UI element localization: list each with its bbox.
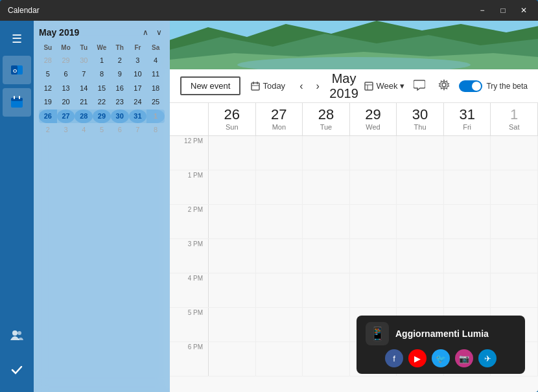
mini-cal-date[interactable]: 13 bbox=[57, 82, 75, 95]
cal-cell[interactable] bbox=[209, 273, 256, 307]
cal-cell[interactable] bbox=[491, 170, 538, 204]
mini-cal-date[interactable]: 18 bbox=[146, 82, 165, 95]
sidebar-item-outlook[interactable]: O bbox=[3, 56, 31, 84]
cal-cell[interactable] bbox=[444, 273, 491, 307]
cal-day-27-mon[interactable]: 27 Mon bbox=[256, 103, 303, 135]
cal-cell[interactable] bbox=[350, 273, 397, 307]
mini-cal-date[interactable]: 31 bbox=[129, 110, 147, 123]
cal-cell[interactable] bbox=[209, 239, 256, 273]
cal-cell[interactable] bbox=[209, 136, 256, 170]
nav-next-button[interactable]: › bbox=[312, 78, 323, 95]
calendar-grid-body[interactable]: 12 PM 1 PM bbox=[170, 136, 538, 392]
cal-cell[interactable] bbox=[209, 342, 256, 376]
mini-cal-date[interactable]: 21 bbox=[75, 95, 93, 109]
mini-cal-date[interactable]: 7 bbox=[75, 67, 93, 81]
mini-cal-date[interactable]: 2 bbox=[111, 54, 129, 67]
mini-cal-date[interactable]: 16 bbox=[111, 82, 129, 95]
cal-day-1-sat[interactable]: 1 Sat bbox=[491, 103, 538, 135]
view-selector-button[interactable]: Week ▾ bbox=[364, 81, 404, 91]
mini-cal-date[interactable]: 1 bbox=[93, 54, 111, 67]
mini-nav-prev[interactable]: ∧ bbox=[140, 27, 151, 38]
cal-cell[interactable] bbox=[350, 205, 397, 238]
cal-cell[interactable] bbox=[256, 342, 303, 376]
today-button[interactable]: Today bbox=[246, 78, 290, 93]
cal-cell[interactable] bbox=[491, 136, 538, 170]
close-button[interactable]: ✕ bbox=[515, 4, 533, 17]
cal-cell[interactable] bbox=[303, 308, 350, 341]
mini-cal-date[interactable]: 23 bbox=[111, 95, 129, 109]
cal-cell[interactable] bbox=[397, 205, 444, 238]
cal-cell[interactable] bbox=[350, 170, 397, 204]
cal-cell[interactable] bbox=[397, 170, 444, 204]
mini-cal-date[interactable]: 7 bbox=[129, 123, 147, 137]
mini-cal-date[interactable]: 1 bbox=[146, 110, 165, 123]
cal-cell[interactable] bbox=[397, 136, 444, 170]
settings-button[interactable] bbox=[434, 76, 454, 96]
cal-cell[interactable] bbox=[397, 239, 444, 273]
mini-cal-date[interactable]: 17 bbox=[129, 82, 147, 95]
mini-cal-date[interactable]: 24 bbox=[129, 95, 147, 109]
cal-cell[interactable] bbox=[209, 308, 256, 341]
cal-cell[interactable] bbox=[303, 136, 350, 170]
mini-cal-date[interactable]: 2 bbox=[39, 123, 57, 137]
nav-prev-button[interactable]: ‹ bbox=[296, 78, 307, 95]
cal-day-31-fri[interactable]: 31 Fri bbox=[444, 103, 491, 135]
mini-cal-date[interactable]: 9 bbox=[111, 67, 129, 81]
cal-cell[interactable] bbox=[397, 273, 444, 307]
twitter-button[interactable]: 🐦 bbox=[432, 349, 450, 367]
mini-cal-date[interactable]: 3 bbox=[57, 123, 75, 137]
cal-cell[interactable] bbox=[256, 136, 303, 170]
chat-button[interactable] bbox=[410, 76, 429, 96]
mini-cal-date[interactable]: 4 bbox=[75, 123, 93, 137]
mini-cal-date[interactable]: 3 bbox=[129, 54, 147, 67]
new-event-button[interactable]: New event bbox=[180, 76, 240, 95]
try-beta-toggle[interactable]: Try the beta bbox=[459, 80, 528, 92]
cal-cell[interactable] bbox=[444, 170, 491, 204]
mini-cal-date[interactable]: 22 bbox=[93, 95, 111, 109]
cal-day-30-thu[interactable]: 30 Thu bbox=[397, 103, 444, 135]
mini-cal-date[interactable]: 28 bbox=[39, 54, 57, 67]
facebook-button[interactable]: f bbox=[385, 349, 403, 367]
cal-cell[interactable] bbox=[303, 273, 350, 307]
mini-cal-date[interactable]: 6 bbox=[111, 123, 129, 137]
mini-cal-date[interactable]: 28 bbox=[75, 110, 93, 123]
mini-cal-date[interactable]: 5 bbox=[39, 67, 57, 81]
mini-cal-date[interactable]: 30 bbox=[75, 54, 93, 67]
sidebar-item-people[interactable] bbox=[3, 321, 31, 349]
sidebar-menu-button[interactable]: ☰ bbox=[3, 25, 31, 53]
cal-cell[interactable] bbox=[303, 342, 350, 376]
cal-cell[interactable] bbox=[350, 136, 397, 170]
mini-cal-date[interactable]: 6 bbox=[57, 67, 75, 81]
cal-cell[interactable] bbox=[256, 273, 303, 307]
cal-cell[interactable] bbox=[491, 273, 538, 307]
cal-cell[interactable] bbox=[303, 170, 350, 204]
youtube-button[interactable]: ▶ bbox=[408, 349, 427, 367]
cal-cell[interactable] bbox=[491, 239, 538, 273]
toggle-pill[interactable] bbox=[459, 80, 482, 92]
cal-cell[interactable] bbox=[256, 170, 303, 204]
cal-cell[interactable] bbox=[350, 239, 397, 273]
cal-cell[interactable] bbox=[303, 239, 350, 273]
mini-cal-date[interactable]: 8 bbox=[146, 123, 165, 137]
mini-cal-date[interactable]: 5 bbox=[93, 123, 111, 137]
cal-cell[interactable] bbox=[303, 205, 350, 238]
telegram-button[interactable]: ✈ bbox=[478, 349, 497, 367]
mini-cal-date[interactable]: 11 bbox=[146, 67, 165, 81]
mini-cal-date[interactable]: 30 bbox=[111, 110, 129, 123]
mini-cal-date[interactable]: 26 bbox=[39, 110, 57, 123]
cal-cell[interactable] bbox=[444, 136, 491, 170]
sidebar-item-calendar[interactable] bbox=[3, 88, 31, 117]
cal-cell[interactable] bbox=[444, 239, 491, 273]
cal-day-29-wed[interactable]: 29 Wed bbox=[350, 103, 397, 135]
cal-cell[interactable] bbox=[256, 308, 303, 341]
mini-cal-date[interactable]: 15 bbox=[93, 82, 111, 95]
mini-cal-date[interactable]: 29 bbox=[57, 54, 75, 67]
mini-cal-date[interactable]: 8 bbox=[93, 67, 111, 81]
maximize-button[interactable]: □ bbox=[494, 4, 512, 17]
minimize-button[interactable]: − bbox=[473, 4, 491, 17]
mini-cal-date[interactable]: 4 bbox=[146, 54, 165, 67]
mini-cal-date[interactable]: 19 bbox=[39, 95, 57, 109]
cal-day-26-sun[interactable]: 26 Sun bbox=[209, 103, 256, 135]
instagram-button[interactable]: 📷 bbox=[455, 349, 473, 367]
sidebar-item-tasks[interactable] bbox=[3, 356, 31, 384]
